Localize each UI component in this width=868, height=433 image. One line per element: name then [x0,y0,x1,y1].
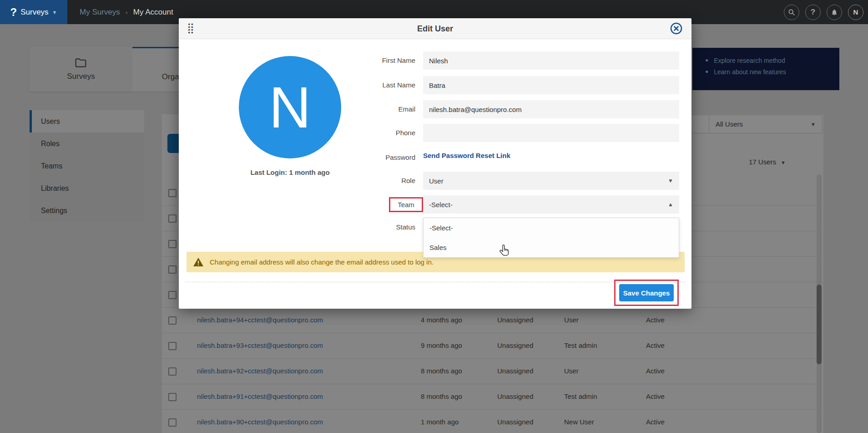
team-row: Team -Select- ▲ [179,195,691,214]
status-label: Status [396,223,415,231]
breadcrumb: My Surveys › My Account [80,0,173,24]
edit-user-modal: ⣿ Edit User N Last Login: 1 month ago Fi… [179,18,691,309]
screen: ? Surveys ▼ My Surveys › My Account ? N [0,0,868,433]
phone-label: Phone [396,129,415,137]
team-option-sales[interactable]: Sales [424,238,679,257]
role-select[interactable]: User ▼ [423,172,679,190]
team-label-annotation-box: Team [389,197,423,212]
email-row: Email [179,100,691,118]
breadcrumb-my-surveys[interactable]: My Surveys [80,8,120,17]
first-name-row: First Name [179,51,691,70]
breadcrumb-my-account: My Account [133,8,173,17]
product-switcher-label: Surveys [20,8,48,17]
user-avatar-initial: N [853,8,858,16]
team-select[interactable]: -Select- ▲ [423,195,679,214]
breadcrumb-separator-icon: › [126,8,128,16]
option-label: Sales [429,244,447,251]
last-name-label: Last Name [382,81,415,89]
search-icon[interactable] [784,5,799,20]
team-option-select[interactable]: -Select- [424,218,679,238]
last-name-row: Last Name [179,76,691,94]
password-row: Password Send Password Reset Link [179,148,691,166]
warning-icon [193,257,204,267]
modal-header: ⣿ Edit User [179,18,691,39]
role-row: Role User ▼ [179,172,691,190]
footer-divider [185,282,685,282]
phone-field[interactable] [423,124,679,142]
user-avatar[interactable]: N [848,5,863,20]
warning-text: Changing email address will also change … [210,258,434,266]
team-dropdown-panel: -Select- Sales [423,218,679,258]
first-name-label: First Name [382,56,415,64]
email-label: Email [398,105,415,113]
phone-row: Phone [179,124,691,142]
close-icon[interactable] [670,22,682,35]
chevron-down-icon: ▼ [668,178,673,184]
team-select-value: -Select- [429,201,453,209]
questionpro-logo-icon: ? [10,6,17,19]
email-field[interactable] [423,100,679,118]
help-icon[interactable]: ? [805,5,821,20]
product-switcher[interactable]: ? Surveys ▼ [0,0,67,24]
password-label: Password [385,153,415,161]
chevron-up-icon: ▲ [668,201,673,208]
save-changes-button[interactable]: Save Changes [619,284,674,301]
send-password-reset-link[interactable]: Send Password Reset Link [423,152,510,159]
team-label: Team [398,201,414,209]
first-name-field[interactable] [423,51,679,70]
chevron-down-icon: ▼ [52,10,57,15]
role-label: Role [401,177,415,184]
role-select-value: User [429,177,444,185]
option-label: -Select- [429,224,453,232]
last-name-field[interactable] [423,76,679,94]
topbar-icon-cluster: ? N [784,0,863,24]
notifications-icon[interactable] [827,5,842,20]
save-button-annotation-box: Save Changes [614,280,679,306]
modal-title: Edit User [179,18,691,39]
